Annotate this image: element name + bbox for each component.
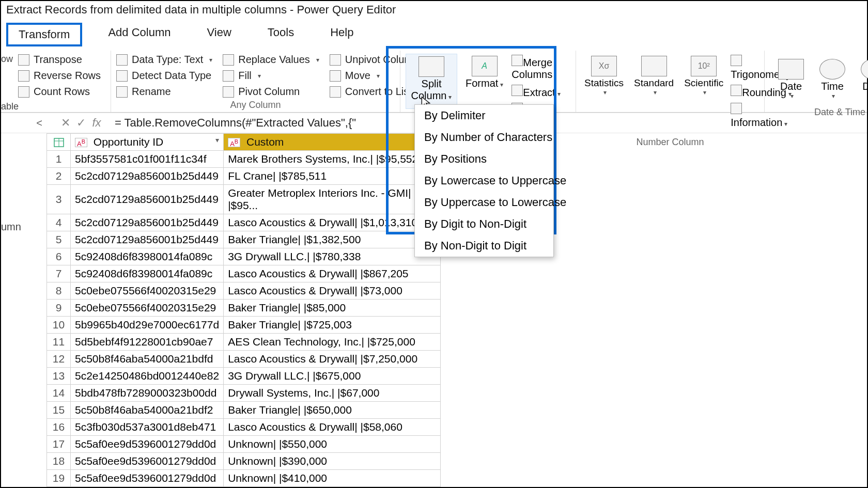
table-row[interactable]: 165c3fb030d537a3001d8eb471Lasco Acoustic… (47, 419, 441, 436)
reverse-rows-button[interactable]: Reverse Rows (18, 70, 105, 82)
cell-opportunity-id[interactable]: 5c50b8f46aba54000a21bdf2 (71, 402, 224, 419)
menu-uppercase-to-lowercase[interactable]: By Uppercase to Lowercase (415, 192, 553, 213)
cell-opportunity-id[interactable]: 5bdb478fb7289000323b00dd (71, 385, 224, 402)
cell-opportunity-id[interactable]: 5c92408d6f83980014fa089c (71, 265, 224, 282)
split-column-button[interactable]: Split Column (406, 54, 457, 109)
cell-opportunity-id[interactable]: 5c50b8f46aba54000a21bdfd (71, 351, 224, 368)
cell-custom[interactable]: 3G Drywall LLC.| |$780,338 (224, 248, 441, 265)
table-row[interactable]: 75c92408d6f83980014fa089cLasco Acoustics… (47, 265, 441, 282)
table-row[interactable]: 185c5af0ee9d5396001279dd0dUnknown| |$390… (47, 453, 441, 470)
row-number[interactable]: 16 (47, 419, 71, 436)
rename-button[interactable]: Rename (116, 86, 212, 98)
cell-custom[interactable]: FL Crane| |$785,511 (224, 168, 441, 185)
cell-custom[interactable]: Lasco Acoustics & Drywall| |$7,250,000 (224, 351, 441, 368)
row-number[interactable]: 10 (47, 317, 71, 334)
cell-opportunity-id[interactable]: 5c0ebe075566f40020315e29 (71, 282, 224, 300)
detect-data-type-button[interactable]: Detect Data Type (116, 70, 212, 82)
menu-by-positions[interactable]: By Positions (415, 148, 553, 170)
row-number[interactable]: 6 (47, 248, 71, 265)
cancel-formula-button[interactable]: ✕ (58, 116, 73, 130)
cell-custom[interactable]: 3G Drywall LLC.| |$675,000 (224, 368, 441, 385)
row-number[interactable]: 14 (47, 385, 71, 402)
column-header-opportunity-id[interactable]: AB Opportunity ID ▾ (71, 134, 224, 151)
extract-button[interactable]: Extract (512, 85, 570, 99)
cell-opportunity-id[interactable]: 5c92408d6f83980014fa089c (71, 248, 224, 265)
table-row[interactable]: 45c2cd07129a856001b25d449Lasco Acoustics… (47, 214, 441, 231)
time-button[interactable]: Time (816, 57, 848, 102)
menu-non-digit-to-digit[interactable]: By Non-Digit to Digit (415, 235, 553, 257)
cell-custom[interactable]: Marek Brothers Systems, Inc.| |$95,552 (224, 151, 441, 168)
menu-by-number-of-characters[interactable]: By Number of Characters (415, 127, 553, 148)
accept-formula-button[interactable]: ✓ (73, 116, 89, 130)
standard-button[interactable]: Standard (631, 54, 677, 129)
row-number[interactable]: 12 (47, 351, 71, 368)
column-filter-button[interactable]: ▾ (215, 136, 219, 144)
menu-by-delimiter[interactable]: By Delimiter (415, 105, 553, 127)
row-number[interactable]: 3 (47, 185, 71, 214)
cell-opportunity-id[interactable]: 5d5bebf4f91228001cb90ae7 (71, 334, 224, 351)
pivot-column-button[interactable]: Pivot Column (223, 86, 319, 98)
cell-opportunity-id[interactable]: 5c5af0ee9d5396001279dd0d (71, 436, 224, 453)
cell-opportunity-id[interactable]: 5c5af0ee9d5396001279dd0d (71, 470, 224, 487)
table-row[interactable]: 155c50b8f46aba54000a21bdf2Baker Triangle… (47, 402, 441, 419)
cell-opportunity-id[interactable]: 5c5af0ee9d5396001279dd0d (71, 453, 224, 470)
cell-custom[interactable]: Lasco Acoustics & Drywall| |$1,013,310 (224, 214, 441, 231)
menu-digit-to-non-digit[interactable]: By Digit to Non-Digit (415, 213, 553, 235)
date-button[interactable]: Date (775, 57, 807, 102)
table-row[interactable]: 85c0ebe075566f40020315e29Lasco Acoustics… (47, 282, 441, 300)
table-row[interactable]: 55c2cd07129a856001b25d449Baker Triangle|… (47, 231, 441, 248)
cell-opportunity-id[interactable]: 5c3fb030d537a3001d8eb471 (71, 419, 224, 436)
format-button[interactable]: A Format (462, 54, 506, 109)
cell-opportunity-id[interactable]: 5c0ebe075566f40020315e29 (71, 300, 224, 317)
table-row[interactable]: 135c2e14250486bd0012440e823G Drywall LLC… (47, 368, 441, 385)
tab-help[interactable]: Help (320, 23, 364, 46)
cell-opportunity-id[interactable]: 5bf3557581c01f001f11c34f (71, 151, 224, 168)
row-number[interactable]: 11 (47, 334, 71, 351)
table-row[interactable]: 15bf3557581c01f001f11c34fMarek Brothers … (47, 151, 441, 168)
row-number[interactable]: 7 (47, 265, 71, 282)
duration-button[interactable]: Dura (858, 57, 868, 102)
table-row[interactable]: 95c0ebe075566f40020315e29Baker Triangle|… (47, 300, 441, 317)
row-number[interactable]: 17 (47, 436, 71, 453)
menu-lowercase-to-uppercase[interactable]: By Lowercase to Uppercase (415, 170, 553, 192)
cell-custom[interactable]: Baker Triangle| |$85,000 (224, 300, 441, 317)
cell-custom[interactable]: Lasco Acoustics & Drywall| |$73,000 (224, 282, 441, 300)
cell-opportunity-id[interactable]: 5c2cd07129a856001b25d449 (71, 168, 224, 185)
column-header-custom[interactable]: AB Custom (224, 134, 441, 151)
cell-opportunity-id[interactable]: 5c2cd07129a856001b25d449 (71, 185, 224, 214)
transpose-button[interactable]: Transpose (18, 54, 105, 66)
cell-custom[interactable]: Baker Triangle| |$650,000 (224, 402, 441, 419)
tab-tools[interactable]: Tools (257, 23, 304, 46)
cell-custom[interactable]: Lasco Acoustics & Drywall| |$867,205 (224, 265, 441, 282)
cell-custom[interactable]: Unknown| |$390,000 (224, 453, 441, 470)
count-rows-button[interactable]: Count Rows (18, 86, 105, 98)
tab-view[interactable]: View (197, 23, 242, 46)
cell-opportunity-id[interactable]: 5c2cd07129a856001b25d449 (71, 231, 224, 248)
queries-collapse-button[interactable]: < (1, 117, 42, 129)
table-row[interactable]: 145bdb478fb7289000323b00ddDrywall System… (47, 385, 441, 402)
cell-custom[interactable]: Unknown| |$550,000 (224, 436, 441, 453)
merge-columns-button[interactable]: Merge Columns (512, 55, 570, 81)
cell-opportunity-id[interactable]: 5c2cd07129a856001b25d449 (71, 214, 224, 231)
table-row[interactable]: 105b9965b40d29e7000ec6177dBaker Triangle… (47, 317, 441, 334)
cell-custom[interactable]: Unknown| |$410,000 (224, 470, 441, 487)
table-row[interactable]: 65c92408d6f83980014fa089c3G Drywall LLC.… (47, 248, 441, 265)
tab-add-column[interactable]: Add Column (98, 23, 181, 46)
row-number[interactable]: 15 (47, 402, 71, 419)
cell-custom[interactable]: Lasco Acoustics & Drywall| |$58,060 (224, 419, 441, 436)
scientific-button[interactable]: 10²Scientific (681, 54, 726, 129)
table-row[interactable]: 25c2cd07129a856001b25d449FL Crane| |$785… (47, 168, 441, 185)
cell-opportunity-id[interactable]: 5c2e14250486bd0012440e82 (71, 368, 224, 385)
table-row[interactable]: 35c2cd07129a856001b25d449Greater Metropl… (47, 185, 441, 214)
cell-custom[interactable]: Baker Triangle| |$725,003 (224, 317, 441, 334)
row-number[interactable]: 13 (47, 368, 71, 385)
cell-custom[interactable]: AES Clean Technology, Inc.| |$725,000 (224, 334, 441, 351)
cell-custom[interactable]: Baker Triangle| |$1,382,500 (224, 231, 441, 248)
row-number[interactable]: 8 (47, 282, 71, 300)
row-number[interactable]: 4 (47, 214, 71, 231)
row-number[interactable]: 2 (47, 168, 71, 185)
data-type-dropdown[interactable]: Data Type: Text (116, 54, 212, 66)
row-number[interactable]: 1 (47, 151, 71, 168)
tab-transform[interactable]: Transform (6, 23, 82, 46)
table-row[interactable]: 125c50b8f46aba54000a21bdfdLasco Acoustic… (47, 351, 441, 368)
